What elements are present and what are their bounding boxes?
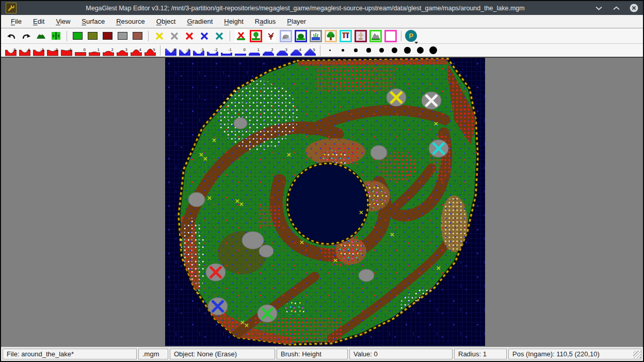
object-statue-button[interactable] (353, 29, 367, 42)
editor-canvas-area (1, 58, 643, 347)
object-dead-tree-button[interactable] (264, 29, 278, 42)
surface-stone-swatch (118, 32, 127, 40)
object-big-tree-icon (325, 30, 337, 42)
gradient-brush-2-button[interactable]: 2 (262, 44, 275, 56)
surface-stone-button[interactable] (116, 29, 130, 42)
menu-gradient[interactable]: Gradient (181, 15, 218, 27)
object-big-tree-button[interactable] (324, 29, 337, 42)
object-tree-button[interactable] (249, 29, 263, 42)
toolbar-separator (401, 31, 401, 41)
minimize-icon[interactable] (594, 4, 603, 13)
gradient-brush--3-button[interactable]: -3 (192, 44, 205, 56)
menu-object[interactable]: Object (151, 15, 182, 27)
svg-text:-5: -5 (172, 48, 176, 52)
svg-text:2: 2 (271, 48, 273, 52)
menu-surface[interactable]: Surface (76, 15, 110, 27)
gradient-brush-4-button[interactable]: 4 (289, 44, 302, 56)
menu-radius[interactable]: Radius (249, 15, 281, 27)
menu-file[interactable]: File (5, 15, 27, 27)
redo-button[interactable] (19, 29, 33, 42)
gradient-brush--5-button[interactable]: -5 (164, 44, 177, 56)
undo-button[interactable] (4, 29, 18, 42)
svg-text:4: 4 (299, 48, 301, 52)
object-bush-icon (295, 30, 307, 42)
svg-text:2: 2 (111, 48, 113, 52)
radius-7-button[interactable] (401, 44, 413, 56)
height-brush-1-button[interactable]: 1 (88, 44, 101, 56)
object-invisible-blocking-button[interactable] (383, 29, 397, 42)
player-menu-button[interactable]: P (405, 30, 417, 42)
radius-3-button[interactable] (350, 44, 362, 56)
maximize-icon[interactable] (611, 4, 621, 13)
object-mountain-icon (369, 30, 382, 42)
height-brush-button[interactable] (34, 29, 48, 42)
radius-2-button[interactable] (337, 44, 349, 56)
height-brush-4-button[interactable]: 4 (130, 44, 142, 56)
radius-5-dot (379, 48, 384, 53)
height-brush--3-button[interactable]: -3 (32, 44, 45, 56)
app-window: MegaGlest Map Editor v3.12; /mnt/3-parti… (0, 0, 644, 362)
height-brush-5-button[interactable]: 5 (143, 44, 156, 56)
surface-road-swatch (103, 32, 112, 40)
svg-text:3: 3 (125, 48, 127, 52)
height-brush-2-button[interactable]: 2 (102, 44, 115, 56)
height-brush-3-button[interactable]: 3 (116, 44, 128, 56)
gradient-brush--4-button[interactable]: -4 (178, 44, 191, 56)
surface-grass-swatch (73, 32, 83, 40)
player-green-marker (257, 305, 277, 322)
surface-secondary-grass-swatch (88, 32, 98, 40)
gradient-brush--1-button[interactable]: -1 (220, 44, 233, 56)
object-hanging-banners-button[interactable] (339, 29, 352, 42)
object-bush-button[interactable] (294, 29, 308, 42)
resize-map-button[interactable] (49, 29, 63, 42)
radius-8-button[interactable] (414, 44, 426, 56)
resource-custom-teal-button[interactable] (212, 29, 226, 42)
map-canvas[interactable] (165, 58, 485, 346)
radius-4-button[interactable] (363, 44, 375, 56)
menu-edit[interactable]: Edit (27, 15, 50, 27)
gradient-brush-1-button[interactable]: 1 (248, 44, 261, 56)
object-invisible-blocking-icon (384, 30, 397, 42)
gradient-brush-0-button[interactable]: 0 (234, 44, 247, 56)
resource-gold-button[interactable] (152, 29, 166, 42)
app-wrench-icon (6, 3, 17, 13)
radius-5-button[interactable] (376, 44, 388, 56)
resource-custom-blue-button[interactable] (197, 29, 211, 42)
gradient-brush--2-button[interactable]: -2 (206, 44, 219, 56)
object-mountain-button[interactable] (368, 29, 382, 42)
menu-view[interactable]: View (50, 15, 76, 27)
resource-custom-red-button[interactable] (182, 29, 196, 42)
object-stone-button[interactable] (279, 29, 293, 42)
height-brush--5-button[interactable]: -5 (4, 44, 17, 56)
height-brush--1-button[interactable]: -1 (60, 44, 73, 56)
close-icon[interactable] (629, 4, 638, 13)
menu-height[interactable]: Height (218, 15, 249, 27)
resize-grip[interactable] (633, 351, 641, 358)
resource-stone-button[interactable] (167, 29, 181, 42)
menubar: FileEditViewSurfaceResourceObjectGradien… (1, 15, 643, 28)
height-brush-0-button[interactable]: 0 (74, 44, 87, 56)
surface-grass-button[interactable] (71, 29, 85, 42)
object-erase-object-button[interactable] (234, 29, 248, 42)
player-red-marker (206, 264, 226, 281)
height-brush--2-button[interactable]: -2 (46, 44, 59, 56)
statusbar: File: around_the_lake* .mgm Object: None… (1, 347, 643, 361)
gradient-brush-3-button[interactable]: 3 (276, 44, 288, 56)
object-water-reed-button[interactable] (309, 29, 323, 42)
radius-1-button[interactable] (324, 44, 336, 56)
height-brush--4-button[interactable]: -4 (18, 44, 31, 56)
radius-6-button[interactable] (389, 44, 400, 56)
player-blue-marker (208, 298, 228, 315)
surface-road-button[interactable] (101, 29, 115, 42)
status-object: Object: None (Erase) (170, 349, 275, 359)
svg-text:-2: -2 (214, 48, 218, 52)
surface-custom-ground-button[interactable] (131, 29, 144, 42)
toolbar-separator (148, 31, 149, 41)
surface-secondary-grass-button[interactable] (86, 29, 100, 42)
player-white-marker (422, 92, 441, 109)
gradient-brush-5-button[interactable]: 5 (303, 44, 316, 56)
menu-player[interactable]: Player (281, 15, 312, 27)
menu-resource[interactable]: Resource (110, 15, 151, 27)
svg-text:-3: -3 (40, 48, 44, 52)
radius-9-button[interactable] (427, 44, 439, 56)
